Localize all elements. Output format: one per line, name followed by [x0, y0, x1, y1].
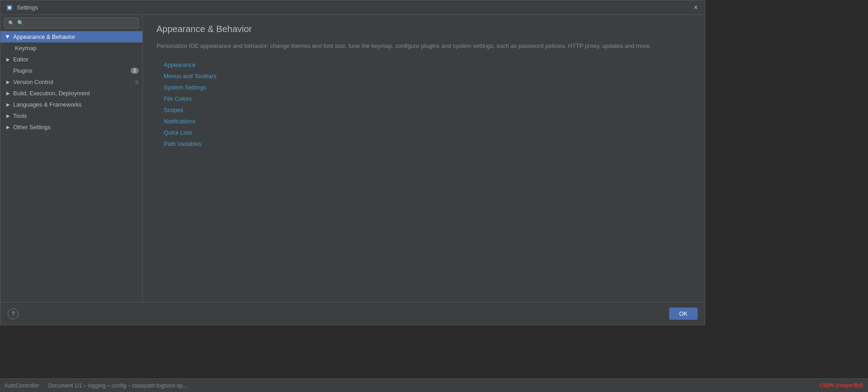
sidebar: 🔍 ▶ Appearance & Behavior Keymap ▶ Edito…	[0, 15, 143, 302]
link-system-settings[interactable]: System Settings	[164, 84, 691, 91]
sidebar-item-label: Other Settings	[13, 124, 139, 131]
expand-arrow-icon: ▶	[5, 56, 11, 63]
sidebar-item-other-settings[interactable]: ▶ Other Settings	[0, 121, 142, 133]
svg-point-1	[8, 6, 11, 9]
search-input[interactable]	[17, 20, 135, 26]
sidebar-item-label: Plugins	[13, 67, 131, 74]
sidebar-item-tools[interactable]: ▶ Tools	[0, 110, 142, 121]
expand-arrow-icon: ▶	[5, 90, 11, 97]
page-title: Appearance & Behavior	[156, 24, 691, 34]
sidebar-item-label: Version Control	[13, 79, 133, 85]
link-scopes[interactable]: Scopes	[164, 107, 691, 113]
sidebar-item-plugins[interactable]: ▶ Plugins 2	[0, 65, 142, 76]
page-description: Personalize IDE appearance and behavior:…	[156, 42, 654, 51]
status-center: Document 1/1 – logging – config – classp…	[48, 383, 188, 389]
link-appearance[interactable]: Appearance	[164, 61, 691, 68]
status-left: AuthController	[5, 383, 39, 389]
sidebar-item-keymap[interactable]: Keymap	[0, 42, 142, 54]
sidebar-item-label: Keymap	[15, 45, 139, 51]
window-title: Settings	[17, 4, 692, 11]
title-bar: Settings ×	[0, 0, 705, 15]
footer: ? OK	[0, 302, 705, 325]
expand-arrow-icon: ▶	[5, 79, 11, 85]
sidebar-item-label: Tools	[13, 112, 139, 119]
content-area: 🔍 ▶ Appearance & Behavior Keymap ▶ Edito…	[0, 15, 705, 302]
link-menus-toolbars[interactable]: Menus and Toolbars	[164, 73, 691, 79]
link-quick-lists[interactable]: Quick Lists	[164, 129, 691, 136]
sidebar-item-label: Appearance & Behavior	[13, 33, 139, 40]
sidebar-item-editor[interactable]: ▶ Editor	[0, 54, 142, 65]
link-list: Appearance Menus and Toolbars System Set…	[156, 61, 691, 147]
sidebar-item-label: Editor	[13, 56, 139, 63]
link-file-colors[interactable]: File Colors	[164, 95, 691, 102]
status-bar: AuthController Document 1/1 – logging – …	[0, 378, 868, 392]
plugins-badge: 2	[131, 68, 139, 74]
search-box[interactable]: 🔍	[4, 18, 139, 28]
tray-csdn: CSDN @super先生	[820, 382, 863, 389]
search-icon: 🔍	[8, 20, 14, 26]
copy-icon: ⎘	[136, 79, 139, 85]
sidebar-item-appearance-behavior[interactable]: ▶ Appearance & Behavior	[0, 31, 142, 42]
ok-button[interactable]: OK	[669, 308, 698, 320]
help-button[interactable]: ?	[8, 308, 19, 319]
expand-arrow-icon: ▶	[5, 102, 11, 108]
main-panel: Appearance & Behavior Personalize IDE ap…	[143, 15, 705, 302]
expand-arrow-icon: ▶	[5, 34, 11, 40]
expand-arrow-icon: ▶	[5, 113, 11, 119]
link-path-variables[interactable]: Path Variables	[164, 140, 691, 147]
sidebar-item-label: Languages & Frameworks	[13, 101, 139, 108]
sidebar-item-label: Build, Execution, Deployment	[13, 90, 139, 97]
expand-arrow-icon: ▶	[5, 124, 11, 131]
link-notifications[interactable]: Notifications	[164, 118, 691, 125]
sidebar-item-languages-frameworks[interactable]: ▶ Languages & Frameworks	[0, 99, 142, 110]
sidebar-item-build-execution[interactable]: ▶ Build, Execution, Deployment	[0, 88, 142, 99]
settings-icon	[6, 4, 13, 11]
sidebar-item-version-control[interactable]: ▶ Version Control ⎘	[0, 76, 142, 88]
close-button[interactable]: ×	[692, 4, 699, 11]
